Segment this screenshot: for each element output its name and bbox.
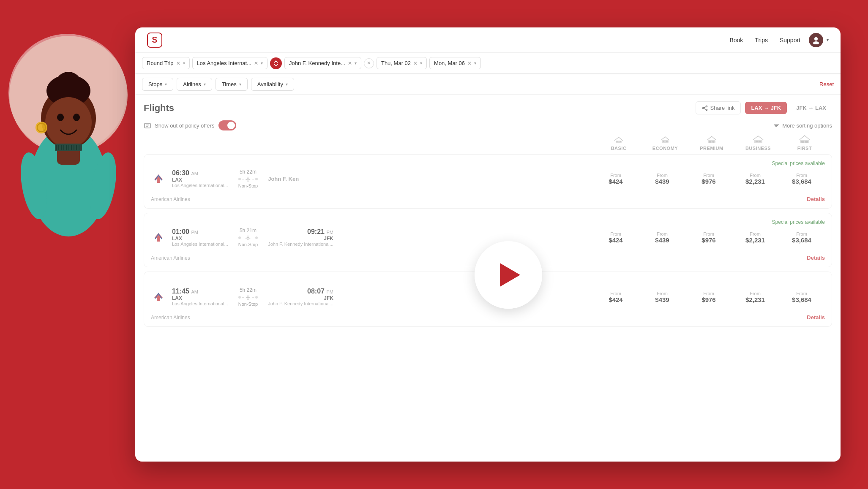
availability-filter-label: Availability: [257, 81, 283, 87]
availability-chevron-icon: ▾: [286, 82, 288, 87]
stops-chevron-icon: ▾: [165, 82, 167, 87]
return-date-chevron-icon[interactable]: ▾: [474, 61, 476, 65]
return-date-selector[interactable]: Mon, Mar 06 ✕ ▾: [429, 57, 481, 69]
origin-label: Los Angeles Internat...: [197, 60, 251, 66]
svg-point-8: [73, 114, 80, 121]
nav-trips-link[interactable]: Trips: [755, 37, 768, 43]
trip-type-selector[interactable]: Round Trip ✕ ▾: [142, 57, 190, 69]
logo-s-icon: S: [147, 33, 162, 48]
navigation: S Book Trips Support ▾: [135, 27, 841, 53]
stops-filter[interactable]: Stops ▾: [142, 78, 173, 91]
nav-support-link[interactable]: Support: [780, 37, 800, 43]
person-illustration: [6, 21, 131, 253]
return-date-clear-icon[interactable]: ✕: [467, 60, 472, 66]
svg-point-10: [37, 123, 46, 132]
avatar-chevron-icon: ▾: [827, 38, 829, 42]
return-date-label: Mon, Mar 06: [434, 60, 465, 66]
svg-point-5: [56, 72, 81, 95]
content-area: Flights Share link LAX → JFK JFK → LAX S…: [135, 95, 841, 462]
search-bar: Round Trip ✕ ▾ Los Angeles Internat... ✕…: [135, 53, 841, 74]
swap-airports-button[interactable]: [270, 57, 282, 69]
trip-type-chevron-icon[interactable]: ▾: [183, 61, 185, 65]
depart-date-selector[interactable]: Thu, Mar 02 ✕ ▾: [377, 57, 427, 69]
times-chevron-icon: ▾: [239, 82, 241, 87]
user-avatar[interactable]: [809, 33, 823, 47]
airlines-chevron-icon: ▾: [204, 82, 206, 87]
svg-point-24: [814, 37, 818, 41]
svg-point-7: [57, 114, 64, 121]
stops-filter-label: Stops: [148, 81, 162, 87]
main-panel: S Book Trips Support ▾ Round Trip ✕ ▾ Lo…: [135, 27, 841, 462]
airlines-filter-label: Airlines: [183, 81, 201, 87]
reset-filters-button[interactable]: Reset: [819, 81, 834, 87]
origin-chevron-icon[interactable]: ▾: [261, 61, 263, 65]
nav-book-link[interactable]: Book: [729, 37, 743, 43]
svg-point-6: [45, 97, 92, 148]
destination-selector[interactable]: John F. Kennedy Inte... ✕ ▾: [284, 57, 361, 69]
destination-clear-icon[interactable]: ✕: [348, 60, 352, 66]
nav-links: Book Trips Support: [729, 37, 800, 43]
origin-selector[interactable]: Los Angeles Internat... ✕ ▾: [192, 57, 267, 69]
play-triangle-icon: [500, 263, 520, 287]
origin-clear-icon[interactable]: ✕: [254, 60, 258, 66]
date-separator-icon: ✕: [364, 58, 374, 68]
destination-label: John F. Kennedy Inte...: [289, 60, 345, 66]
trip-type-label: Round Trip: [147, 60, 174, 66]
destination-chevron-icon[interactable]: ▾: [355, 61, 357, 65]
filters-bar: Stops ▾ Airlines ▾ Times ▾ Availability …: [135, 74, 841, 95]
video-play-button[interactable]: [475, 241, 542, 309]
depart-date-label: Thu, Mar 02: [381, 60, 411, 66]
logo[interactable]: S: [147, 33, 162, 48]
depart-date-clear-icon[interactable]: ✕: [413, 60, 418, 66]
availability-filter[interactable]: Availability ▾: [251, 78, 294, 91]
svg-point-25: [813, 41, 819, 44]
times-filter[interactable]: Times ▾: [216, 78, 248, 91]
times-filter-label: Times: [222, 81, 237, 87]
trip-type-clear-icon[interactable]: ✕: [176, 60, 180, 66]
depart-date-chevron-icon[interactable]: ▾: [420, 61, 422, 65]
airlines-filter[interactable]: Airlines ▾: [177, 78, 212, 91]
